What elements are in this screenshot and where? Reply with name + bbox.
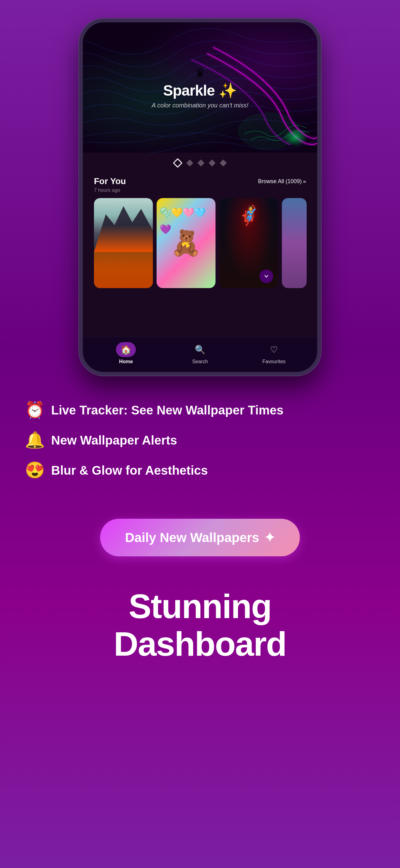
pagination-dot-2[interactable] [198,160,205,167]
bottom-title-section: Stunning Dashboard [89,575,311,687]
wallpaper-grid: 🦸 [83,198,317,337]
bottom-heading: Stunning Dashboard [114,587,287,662]
feature-item-2: 😍 Blur & Glow for Aesthetics [25,461,375,479]
cta-sparkle-icon: ✦ [264,530,275,545]
favourites-nav-icon-wrapper: ♡ [264,342,284,357]
cta-label: Daily New Wallpapers [125,530,259,545]
feature-text-0: Live Tracker: See New Wallpaper Times [51,403,284,417]
browse-all-button[interactable]: Browse All (1009) » [258,178,306,185]
section-title: For You [94,176,126,186]
heart-icon: ♡ [270,345,278,355]
nav-item-favourites[interactable]: ♡ Favourites [237,342,311,365]
feature-item-1: 🔔 New Wallpaper Alerts [25,431,375,450]
browse-chevrons-icon: » [303,178,306,185]
cta-button[interactable]: Daily New Wallpapers ✦ [100,519,300,556]
phone-frame: ♛ Sparkle ✨ A color combination you can'… [79,19,321,376]
pagination-dot-4[interactable] [220,160,227,167]
wallpaper-card-2[interactable]: 🦸 [219,198,278,288]
home-icon: 🏠 [121,345,131,355]
hero-banner: ♛ Sparkle ✨ A color combination you can'… [83,22,317,153]
pagination-dot-1[interactable] [186,160,194,167]
wallpaper-card-0[interactable] [94,198,153,288]
features-section: ⏰ Live Tracker: See New Wallpaper Times … [0,376,400,506]
bottom-title-line2: Dashboard [114,625,287,663]
bottom-navigation: 🏠 Home 🔍 Search ♡ Favourites [83,337,317,372]
cta-wrapper: Daily New Wallpapers ✦ [0,506,400,575]
wallpaper-card-3[interactable] [282,198,307,288]
phone-screen: ♛ Sparkle ✨ A color combination you can'… [83,22,317,372]
section-info: For You 7 hours ago [94,176,126,193]
pagination-dots [83,153,317,173]
hero-title: Sparkle ✨ [152,82,248,99]
hero-subtitle: A color combination you can't miss! [152,102,248,109]
nav-item-search[interactable]: 🔍 Search [163,342,237,365]
nav-item-home[interactable]: 🏠 Home [89,342,163,365]
pagination-dot-3[interactable] [209,160,216,167]
section-time: 7 hours ago [94,187,126,193]
feature-text-2: Blur & Glow for Aesthetics [51,463,208,478]
section-header: For You 7 hours ago Browse All (1009) » [83,173,317,198]
search-nav-label: Search [192,359,208,365]
bottom-title-line1: Stunning [129,587,272,625]
superman-icon: 🦸 [237,204,261,226]
bell-emoji: 🔔 [25,431,45,450]
wallpaper-card-1[interactable] [157,198,215,288]
crown-icon: ♛ [152,66,248,80]
feature-item-0: ⏰ Live Tracker: See New Wallpaper Times [25,400,375,420]
wallpaper-dropdown-button[interactable] [260,270,273,283]
home-nav-icon-wrapper: 🏠 [116,342,136,357]
green-blob [283,128,308,147]
hero-content: ♛ Sparkle ✨ A color combination you can'… [152,66,248,109]
search-nav-icon-wrapper: 🔍 [190,342,210,357]
feature-text-1: New Wallpaper Alerts [51,433,177,448]
home-nav-label: Home [119,359,133,365]
search-icon: 🔍 [195,345,206,355]
phone-wrapper: ♛ Sparkle ✨ A color combination you can'… [79,19,321,376]
clock-emoji: ⏰ [25,400,45,420]
favourites-nav-label: Favourites [262,359,286,365]
pagination-dot-0[interactable] [173,158,182,168]
star-eyes-emoji: 😍 [25,461,45,479]
